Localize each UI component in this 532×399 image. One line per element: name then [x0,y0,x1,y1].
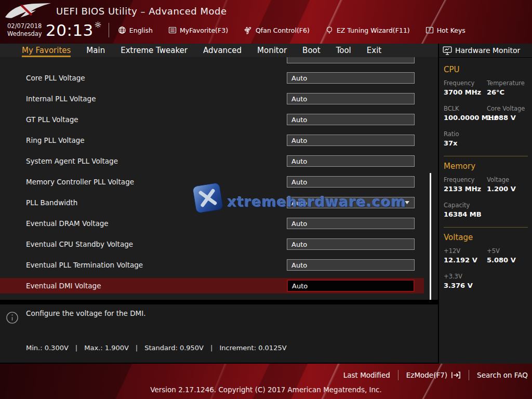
setting-input[interactable]: Auto [287,280,415,292]
setting-input[interactable]: Auto [287,176,415,188]
footer-item-label: Last Modified [343,371,390,379]
setting-row-core-pll-voltage[interactable]: Core PLL VoltageAuto [0,68,438,88]
setting-row-memory-controller-pll-voltage[interactable]: Memory Controller PLL VoltageAuto [0,171,438,192]
hw-field-value: 1.200 V [487,185,528,193]
date-block[interactable]: 02/07/2018 Wednesday [7,22,46,38]
svg-text:?: ? [428,28,431,33]
setting-row-system-agent-pll-voltage[interactable]: System Agent PLL VoltageAuto [0,151,438,171]
tab-label: Advanced [203,46,242,55]
setting-row-pll-bandwidth[interactable]: PLL BandwidthAuto [0,192,438,213]
hw-field-label: Core Voltage [487,105,528,112]
setting-label: GT PLL Voltage [26,115,78,124]
hw-field-label: Capacity [444,202,487,209]
tab-monitor[interactable]: Monitor [257,44,287,57]
setting-row-eventual-pll-termination-voltage[interactable]: Eventual PLL Termination VoltageAuto [0,255,438,275]
setting-input[interactable]: Auto [287,218,415,229]
setting-row-eventual-dram-voltage[interactable]: Eventual DRAM VoltageAuto [0,213,438,234]
time-text: 20:13 [46,21,94,39]
weekday-text: Wednesday [7,30,46,38]
setting-input[interactable]: Auto [287,155,415,167]
setting-row-eventual-dmi-voltage[interactable]: Eventual DMI VoltageAuto [0,275,438,296]
hw-field-core-voltage: Core Voltage1.088 V [487,105,528,122]
hw-field-label: Ratio [444,130,487,138]
header-divider [109,23,109,37]
tab-my-favorites[interactable]: My Favorites [22,44,71,57]
setting-dropdown[interactable]: Auto [287,197,415,208]
limit-segment: Max.: 1.900V [84,344,129,352]
hw-field-12v: +12V12.192 V [444,247,487,264]
setting-label: Memory Controller PLL Voltage [26,178,134,186]
setting-input[interactable]: Auto [287,135,415,146]
footer-item-last-modified[interactable]: Last Modified [343,371,390,379]
setting-value: Auto [291,178,307,186]
tab-label: Boot [302,46,321,55]
toolbar-item-hot-keys[interactable]: ?Hot Keys [425,26,466,34]
hardware-monitor-header: Hardware Monitor [439,44,532,58]
gear-icon[interactable] [95,21,101,28]
hw-field-frequency: Frequency2133 MHz [444,176,487,193]
footer-item-search-on-faq[interactable]: Search on FAQ [477,371,528,379]
setting-row-eventual-cpu-standby-voltage[interactable]: Eventual CPU Standby VoltageAuto [0,234,438,255]
setting-input[interactable]: Auto [287,259,415,271]
setting-input[interactable]: Auto [287,238,415,250]
hw-field-value: 26°C [487,88,528,96]
header-toolbar: EnglishMyFavorite(F3)Qfan Control(F6)EZ … [118,26,466,35]
tab-label: Tool [336,46,351,55]
hw-field-label: +12V [444,247,487,255]
hw-field-value: 5.080 V [487,256,528,264]
setting-value: Auto [291,157,307,165]
hw-group: Ratio37x [444,130,528,147]
info-panel: Configure the voltage for the DMI. Min.:… [0,304,438,363]
toolbar-item-label: Hot Keys [437,26,466,34]
hw-field-value: 3.376 V [444,282,487,289]
globe-icon [118,26,126,34]
setting-value: Auto [291,116,307,124]
toolbar-item-myfavorite-f3[interactable]: MyFavorite(F3) [168,26,228,34]
tab-label: Exit [367,46,381,55]
toolbar-item-ez-tuning-wizard-f11[interactable]: EZ Tuning Wizard(F11) [325,26,410,35]
setting-label: PLL Bandwidth [26,198,77,207]
tab-boot[interactable]: Boot [302,44,321,57]
hw-group: BCLK100.0000 MHzCore Voltage1.088 V [444,105,528,122]
section-divider [444,227,528,228]
tab-label: My Favorites [22,46,71,55]
hw-field-value: 37x [444,139,487,147]
tab-exit[interactable]: Exit [367,44,381,57]
setting-input[interactable]: Auto [287,114,415,125]
toolbar-item-qfan-control-f6[interactable]: Qfan Control(F6) [244,26,310,35]
setting-value: Auto [291,241,307,248]
tab-tool[interactable]: Tool [336,44,351,57]
setting-label: Core PLL Voltage [26,74,85,82]
hw-field-value: 100.0000 MHz [444,114,487,122]
hw-group: Capacity16384 MB [444,202,528,218]
hw-group: +12V12.192 V+5V5.080 V [444,247,528,264]
toolbar-item-english[interactable]: English [118,26,153,34]
limit-segment: Increment: 0.0125V [219,344,286,352]
tab-main[interactable]: Main [86,44,105,57]
info-description: Configure the voltage for the DMI. [26,309,146,317]
toolbar-item-label: MyFavorite(F3) [180,26,228,34]
setting-label: Eventual DMI Voltage [26,282,101,290]
setting-row-internal-pll-voltage[interactable]: Internal PLL VoltageAuto [0,88,438,109]
chevron-down-icon [405,201,409,204]
hw-field-value: 12.192 V [444,256,487,264]
hw-field-label: Frequency [444,79,487,87]
hw-section-title-memory: Memory [444,162,528,171]
setting-value: Auto [291,74,307,82]
setting-value: Auto [291,95,307,103]
tab-advanced[interactable]: Advanced [203,44,242,57]
ezmode-icon [451,371,461,379]
setting-input[interactable]: Auto [287,93,415,104]
hw-field-label: +3.3V [444,273,487,280]
hw-field-frequency: Frequency3700 MHz [444,79,487,96]
separator: | [75,344,77,352]
setting-input[interactable]: Auto [287,72,415,84]
setting-row-ring-pll-voltage[interactable]: Ring PLL VoltageAuto [0,130,438,151]
hw-field-5v: +5V5.080 V [487,247,528,264]
tab-label: Main [86,46,105,55]
footer-item-ezmode-f7[interactable]: EzMode(F7) [406,371,461,379]
tab-extreme-tweaker[interactable]: Extreme Tweaker [121,44,188,57]
scrollbar-thumb[interactable] [430,173,431,300]
setting-row-gt-pll-voltage[interactable]: GT PLL VoltageAuto [0,109,438,130]
date-text: 02/07/2018 [7,22,46,30]
